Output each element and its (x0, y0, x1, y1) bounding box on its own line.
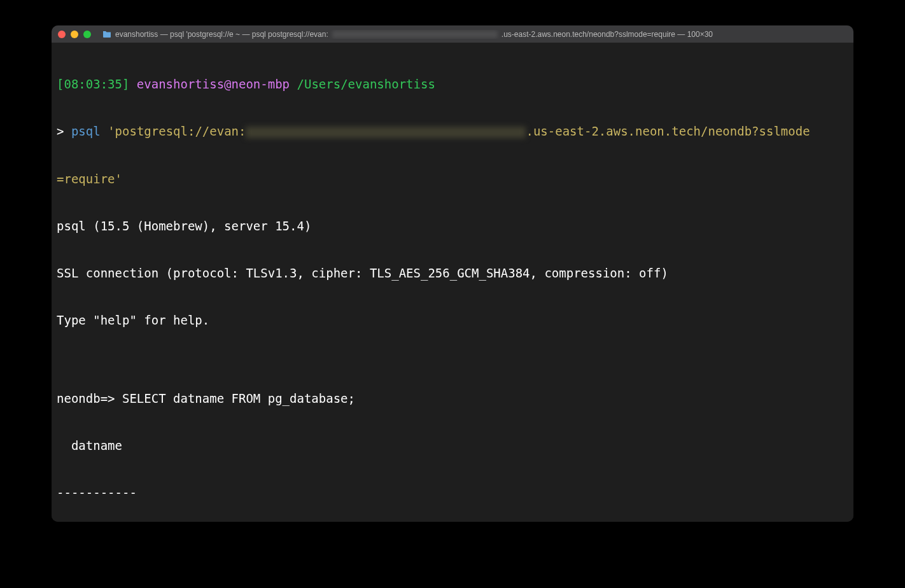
conn-suffix: .us-east-2.aws.neon.tech/neondb?sslmode (526, 124, 810, 138)
user-host: evanshortiss@neon-mbp (137, 77, 290, 91)
query-line: neondb=> SELECT datname FROM pg_database… (57, 391, 848, 407)
terminal-body[interactable]: [08:03:35] evanshortiss@neon-mbp /Users/… (52, 43, 853, 522)
command-line-2: =require' (57, 171, 848, 187)
command-line: > psql 'postgresql://evan:.us-east-2.aws… (57, 123, 848, 139)
column-header: datname (57, 438, 848, 454)
close-icon[interactable] (58, 31, 66, 38)
conn-prefix: 'postgresql://evan: (108, 124, 246, 138)
traffic-lights (58, 31, 91, 38)
folder-icon (102, 31, 111, 38)
psql-prompt: neondb=> (57, 391, 115, 405)
psql-version: psql (15.5 (Homebrew), server 15.4) (57, 218, 848, 234)
command-name: psql (71, 124, 101, 138)
cwd-path: /Users/evanshortiss (297, 77, 435, 91)
conn-line2: =require' (57, 172, 122, 186)
ssl-info: SSL connection (protocol: TLSv1.3, ciphe… (57, 265, 848, 281)
title-redacted (332, 31, 498, 38)
prompt-line-1: [08:03:35] evanshortiss@neon-mbp /Users/… (57, 76, 848, 92)
help-hint: Type "help" for help. (57, 312, 848, 328)
titlebar[interactable]: evanshortiss — psql 'postgresql://e ~ — … (52, 25, 853, 43)
window-title: evanshortiss — psql 'postgresql://e ~ — … (102, 30, 847, 39)
sql-query: SELECT datname FROM pg_database; (115, 391, 356, 405)
divider: ----------- (57, 485, 848, 501)
maximize-icon[interactable] (83, 31, 91, 38)
prompt-arrow: > (57, 124, 64, 138)
terminal-window: evanshortiss — psql 'postgresql://e ~ — … (52, 25, 853, 522)
minimize-icon[interactable] (71, 31, 78, 38)
redacted-credentials (246, 127, 526, 138)
title-prefix: evanshortiss — psql 'postgresql://e ~ — … (115, 30, 328, 39)
title-suffix: .us-east-2.aws.neon.tech/neondb?sslmode=… (502, 30, 713, 39)
timestamp: [08:03:35] (57, 77, 129, 91)
